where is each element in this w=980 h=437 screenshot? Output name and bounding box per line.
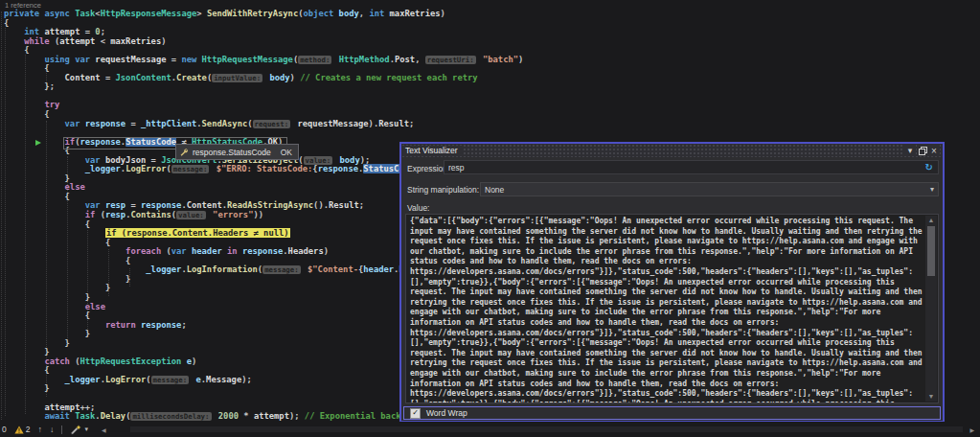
chevron-down-icon: ▾ xyxy=(930,185,934,194)
code-line: while (attempt < maxRetries) xyxy=(4,37,541,47)
warning-icon xyxy=(14,426,24,434)
dialog-titlebar[interactable]: Text Visualizer ▾ × xyxy=(401,144,943,157)
code-line: var response = _httpClient.SendAsync(req… xyxy=(4,120,541,129)
string-manipulation-value: None xyxy=(485,185,504,195)
refresh-icon[interactable]: ↻ xyxy=(925,162,933,172)
window-menu-icon[interactable]: ▾ xyxy=(904,145,916,156)
indent-guide xyxy=(1,12,2,420)
wrench-icon xyxy=(179,148,189,157)
previous-issue-button[interactable]: ↑ xyxy=(37,425,42,434)
expression-value: resp xyxy=(448,163,465,172)
value-scrollbar[interactable]: ▲ ▼ xyxy=(925,216,937,402)
code-cleanup-button[interactable]: ▾ xyxy=(70,425,88,435)
scroll-right-icon[interactable]: ▶ xyxy=(969,426,974,433)
text-visualizer-dialog: Text Visualizer ▾ × Expression: resp ↻ S… xyxy=(399,142,945,423)
code-line: }; xyxy=(4,82,541,92)
warning-indicator[interactable]: 2 xyxy=(14,425,31,434)
code-line: try xyxy=(4,101,541,110)
vs-editor-window: 1 reference private async Task<HttpRespo… xyxy=(0,0,980,437)
scroll-down-icon[interactable]: ▼ xyxy=(925,392,937,402)
string-manipulation-label: String manipulation: xyxy=(407,185,479,195)
horizontal-scrollbar[interactable] xyxy=(130,426,963,432)
error-count[interactable]: 0 xyxy=(2,425,7,434)
debugger-datatip[interactable]: response.StatusCode OK xyxy=(175,144,299,160)
datatip-value: OK xyxy=(281,148,292,157)
datatip-expression: response.StatusCode xyxy=(193,148,271,157)
scrollbar-thumb[interactable] xyxy=(927,226,935,276)
code-line: Content = JsonContent.Create(inputValue:… xyxy=(4,74,541,83)
expression-input[interactable]: resp ↻ xyxy=(444,160,939,174)
next-issue-button[interactable]: ↓ xyxy=(50,425,55,434)
chevron-down-icon: ▾ xyxy=(84,426,88,433)
editor-bottom-bar: 0 2 ↑ ↓ ▾ ◀ ▶ xyxy=(0,422,980,437)
word-wrap-checkbox[interactable]: ✓ xyxy=(410,408,421,419)
value-textarea[interactable]: {"data":[{"body":{"errors":[{"message":"… xyxy=(405,214,939,403)
run-to-cursor-arrow-icon[interactable] xyxy=(35,140,41,146)
scroll-left-icon[interactable]: ◀ xyxy=(102,426,106,433)
value-label: Value: xyxy=(407,203,429,213)
close-icon[interactable]: × xyxy=(928,145,940,156)
word-wrap-label: Word Wrap xyxy=(426,408,467,418)
code-line: using var requestMessage = new HttpReque… xyxy=(4,56,541,65)
word-wrap-row: ✓ Word Wrap xyxy=(403,406,941,420)
restore-glyph xyxy=(919,147,927,155)
maximize-icon[interactable] xyxy=(917,145,928,156)
code-line xyxy=(4,92,541,102)
code-line: private async Task<HttpResponseMessage> … xyxy=(4,10,541,19)
separator xyxy=(61,426,62,434)
scroll-up-icon[interactable]: ▲ xyxy=(925,216,937,225)
check-icon: ✓ xyxy=(412,408,419,417)
dialog-title: Text Visualizer xyxy=(401,146,464,155)
string-manipulation-dropdown[interactable]: None ▾ xyxy=(480,182,939,196)
code-cleanup-icon xyxy=(70,425,81,435)
value-text: {"data":[{"body":{"errors":[{"message":"… xyxy=(410,217,923,402)
warning-count: 2 xyxy=(26,425,31,434)
